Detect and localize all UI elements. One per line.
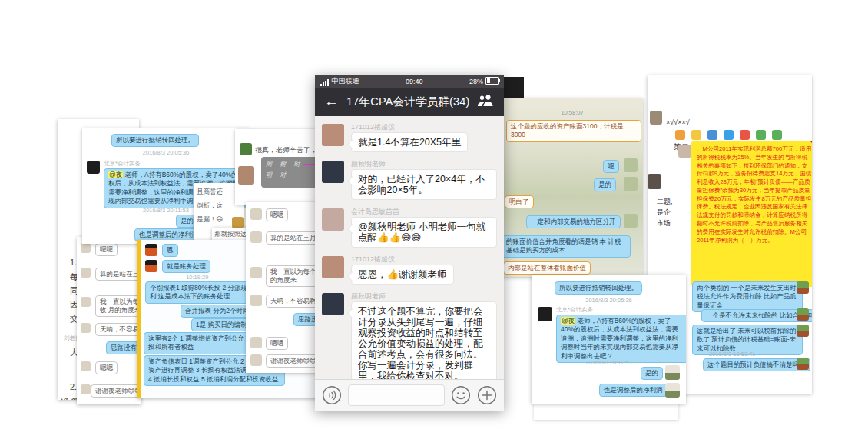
message-row: 颜秋明老师 不过这个题不算完，你要把会计分录从头到尾写一遍，仔细观察投资收益的时… <box>322 292 497 379</box>
brush-icon[interactable] <box>675 130 685 140</box>
avatar <box>238 166 254 185</box>
avatar <box>81 243 91 253</box>
save-icon[interactable] <box>772 130 782 140</box>
chat-bubble: 天呐，不容易啊 <box>266 295 321 308</box>
sticker-icon[interactable] <box>691 130 701 140</box>
avatar <box>538 307 552 321</box>
at-mention: @夜 <box>108 171 123 178</box>
username-label: 北京*会计实务 <box>104 160 141 168</box>
at-mention: @夜 <box>561 317 575 325</box>
avatar <box>250 267 262 278</box>
add-photo-icon[interactable] <box>756 130 766 140</box>
avatar <box>624 214 638 228</box>
chat-bubble: 嗯 <box>603 160 619 173</box>
username-label: 会计岛思敏苗苗 <box>351 208 497 215</box>
fragment-text: 市场 <box>657 218 671 228</box>
timestamp: 10:58:07 <box>502 109 643 116</box>
fragment-text: 是漏！😄 <box>197 215 223 225</box>
timestamp: 2016/8/3 18:53:41 <box>709 351 755 358</box>
voice-icon[interactable] <box>322 385 342 405</box>
avatar[interactable] <box>322 256 344 278</box>
avatar[interactable] <box>322 293 344 315</box>
message-row: 171012褚超仪 就是1.4不算在20X5年里 <box>322 123 497 152</box>
chat-bubble: 就是1.4不算在20X5年里 <box>351 132 468 152</box>
question-text: 老师，A持有B60%的股权，卖了40%的股权后，从成本法到权益法，需要追溯，追溯… <box>561 317 678 360</box>
avatar <box>250 337 262 348</box>
pink-underline <box>303 164 315 165</box>
fragment-text: 二题, <box>657 197 673 207</box>
message-input[interactable] <box>348 384 445 406</box>
plant-avatar <box>797 281 809 294</box>
undo-icon[interactable] <box>740 130 750 140</box>
avatar <box>250 231 262 243</box>
battery-icon <box>485 77 499 85</box>
smiley-icon[interactable] <box>451 385 471 405</box>
chat-bubble: 明白了 <box>505 195 534 208</box>
plant-avatar <box>797 325 809 337</box>
avatar <box>250 295 262 306</box>
chat-bubble: 就是账务处理 <box>162 260 210 273</box>
message-row: 会计岛思敏苗苗 @颜秋明老师 小明老师一句就点醒👍👍😄😄 <box>322 208 497 248</box>
avatar <box>81 361 91 371</box>
collage-canvas: 1.D. 每股 同， 因素 交， 刘老师 大家 2.B: 净资产收益率 嗯嗯 算… <box>0 0 868 436</box>
avatar <box>648 174 661 189</box>
battery-block: 28% <box>469 77 499 85</box>
avatar <box>650 111 662 125</box>
chat-bubble: 嗯嗯 <box>95 243 118 256</box>
chat-bubble: 天呐，不容易啊 <box>95 323 141 336</box>
screenshot-white-chat-copy: 嗯嗯 算的是站在三月的角度来 我一直以为每个月收 月的角度来 天呐，不容易啊 思… <box>77 237 141 404</box>
carrier-block: 中国联通 <box>320 76 359 86</box>
chat-bubble: 两个类别的 一个是未来发生支出时税法允许作为费用扣除 比如产品质量保证金 <box>692 281 803 312</box>
status-time: 09:40 <box>406 78 423 85</box>
avatar <box>81 268 91 278</box>
avatar <box>81 384 91 394</box>
chat-bubble: 一个是不允许未来扣除的 比如合同担保 <box>701 309 812 322</box>
plus-icon[interactable] <box>477 385 497 405</box>
signal-icon <box>320 77 330 85</box>
timestamp: 2016/8/3 20:11:53 <box>532 359 686 366</box>
battery-percent: 28% <box>469 78 483 85</box>
chat-bubble: 嗯嗯 <box>95 361 118 374</box>
chat-area: 171012褚超仪 就是1.4不算在20X5年里 颜秋明老师 对的，已经计入了2… <box>315 116 504 379</box>
avatar <box>624 177 638 191</box>
chat-bubble: 也是调整后的净利润 <box>599 384 668 397</box>
handwriting-photo: 周 树 时 明 对 <box>261 157 320 188</box>
avatar[interactable] <box>322 124 344 146</box>
chat-bubble: 这个题的应收的资产账面3100，计税是3000 <box>506 120 641 142</box>
plant-avatar <box>797 308 809 321</box>
chat-bubble: 不过这个题不算完，你要把会计分录从头到尾写一遍，仔细观察投资收益的时点和结转至公… <box>351 301 497 379</box>
input-bar <box>315 379 504 411</box>
group-members-icon[interactable] <box>476 94 495 110</box>
text-icon[interactable] <box>724 130 734 140</box>
mosaic-icon[interactable] <box>707 130 717 140</box>
cat-avatar-icon <box>145 244 157 256</box>
avatar <box>665 365 680 380</box>
avatar <box>250 208 262 220</box>
username-label: 颜秋明老师 <box>351 160 497 168</box>
chat-bubble: 是的 <box>594 178 616 191</box>
back-arrow-icon[interactable]: ← <box>324 93 339 110</box>
avatar[interactable] <box>322 161 344 183</box>
chat-bubble: 一定和内部交易的地方区分开 <box>526 215 621 228</box>
avatar <box>240 143 252 155</box>
chat-bubble: 所以要进行抵销转回处理。 <box>111 134 199 147</box>
avatar[interactable] <box>322 208 344 231</box>
chat-bubble: 内部是站在整体看账面价值 <box>503 261 591 275</box>
chat-bubble: 的账面价值合并角度看的话是销 本 计税基础是购买方的成本 <box>502 235 631 258</box>
chat-bubble: 对的，已经计入了20×4年，不会影响20×5年。 <box>351 169 497 200</box>
screenshot-landscape-chat: 10:58:07 这个题的应收的资产账面3100，计税是3000 嗯 是的 明白… <box>502 98 643 277</box>
chat-bubble: 合并报表 分为2个时间 <box>181 305 254 318</box>
username-label: 171012褚超仪 <box>351 255 497 263</box>
chat-bubble: 嗯嗯 <box>266 208 288 221</box>
cat-avatar-icon <box>145 260 157 272</box>
avatar <box>250 354 262 366</box>
timestamp: 2016/8/3 20:05:36 <box>82 149 250 156</box>
message-text: 很真，老师辛苦了，我 <box>255 145 324 155</box>
nav-bar: ← 17年CPA会计学员群(34) <box>315 88 504 116</box>
avatar <box>624 158 638 172</box>
chat-bubble: 是的 <box>641 367 663 380</box>
timestamp: 2016/8/3 20:05:36 <box>532 297 686 304</box>
chat-bubble: 恩 <box>162 244 178 257</box>
fragment-text: 倒折，这 <box>197 201 223 211</box>
screenshot-left-chat-copy: 所以要进行抵销转回处理。 2016/8/3 20:05:36 北京*会计实务 @… <box>532 275 686 404</box>
